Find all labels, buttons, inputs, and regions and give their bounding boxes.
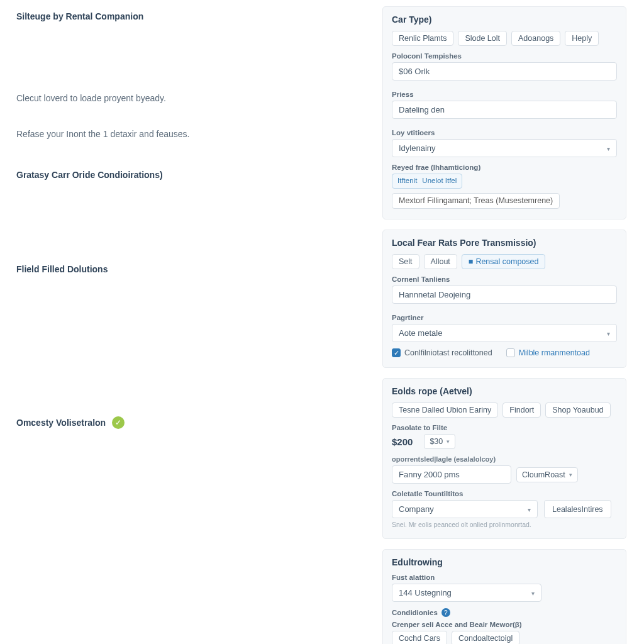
- chip-renlic-plamts[interactable]: Renlic Plamts: [392, 31, 453, 46]
- label-conditionies: Condidionies: [392, 609, 438, 616]
- chip-heply[interactable]: Heply: [565, 31, 599, 46]
- label-fust: Fust alattion: [392, 574, 617, 581]
- chip-condoaltectoigl[interactable]: Condoaltectoigl: [452, 631, 519, 644]
- oporen-input[interactable]: [392, 465, 511, 484]
- oporen-cloumroast-select[interactable]: CloumRoast ▾: [516, 467, 578, 482]
- content-tanliens-input[interactable]: [392, 286, 617, 304]
- fust-select-value: 144 Ustegning: [399, 588, 452, 597]
- panel-local-title: Local Fear Rats Pore Transmissio): [392, 238, 617, 248]
- section-heading-2: Gratasy Carr Oride Condioirations): [16, 170, 361, 180]
- price-select-value: $30: [430, 437, 443, 446]
- label-oporen: oporrentsled|lagle (esalalolcoy): [392, 455, 617, 463]
- reyed-wide-chip[interactable]: Mextorf Fillingamant; Treas (Musestemren…: [392, 193, 560, 209]
- price-select[interactable]: $30 ▾: [424, 434, 455, 449]
- chip-tesne-dalled[interactable]: Tesne Dalled Ubion Eariny: [392, 402, 498, 418]
- chip-rensal-composed-label: Rensal composed: [475, 257, 538, 266]
- chevron-down-icon: ▾: [528, 506, 531, 513]
- chip-findort[interactable]: Findort: [502, 402, 541, 418]
- label-crenper: Crenper seli Acce and Beair Mewor(β): [392, 621, 617, 628]
- reyed-group-left: Itftenit: [397, 177, 417, 186]
- partner-select-value: Aote metale: [399, 328, 442, 338]
- chip-rensal-composed[interactable]: ■Rensal composed: [462, 254, 546, 269]
- panel-edultrowing: Edultrowing Fust alattion 144 Ustegning …: [382, 549, 626, 644]
- price-static: $200: [392, 436, 413, 447]
- chip-cochd-cars[interactable]: Cochd Cars: [392, 631, 447, 644]
- reyed-group-chip[interactable]: Itftenit Unelot Itfel: [392, 174, 462, 189]
- panel-car-type-title: Car Type): [392, 14, 617, 25]
- panel-eolds-title: Eolds rope (Aetvel): [392, 386, 617, 396]
- checkbox-conlfil-label: Conlfilniotast recolittoned: [404, 348, 492, 357]
- loy-select[interactable]: Idylenainy ▾: [392, 139, 617, 157]
- panel-eolds: Eolds rope (Aetvel) Tesne Dalled Ubion E…: [382, 378, 626, 539]
- section-heading-1: Silteuge by Rental Companion: [16, 11, 361, 21]
- label-pasolate: Pasolate to Filte: [392, 424, 617, 431]
- label-content-tanliens: Cornenl Tanliens: [392, 275, 617, 283]
- loy-select-value: Idylenainy: [399, 143, 436, 153]
- colct-select-value: Company: [399, 504, 434, 514]
- chip-allout[interactable]: Allout: [424, 254, 457, 269]
- section-heading-3: Flield Filled Dolutions: [16, 264, 361, 274]
- colct-hint: Snei. Mr eolis peanced olt onlied prolin…: [392, 521, 617, 528]
- oporen-cloumroast-value: CloumRoast: [522, 470, 565, 479]
- intro-paragraph-1: Clecut loverd to loade proyent byeady.: [16, 92, 361, 105]
- prices-input[interactable]: [392, 101, 617, 119]
- checkbox-milble-label: Milble rmanmentoad: [519, 348, 590, 357]
- chevron-down-icon: ▾: [569, 472, 572, 478]
- label-reyed: Reyed frae (Ihhamticiong): [392, 164, 617, 171]
- checkbox-milble[interactable]: Milble rmanmentoad: [506, 348, 590, 357]
- help-icon[interactable]: ?: [441, 608, 450, 617]
- checkbox-conlfil[interactable]: ✓ Conlfilniotast recolittoned: [392, 348, 492, 357]
- label-loy: Loy vtitioers: [392, 129, 617, 136]
- fust-select[interactable]: 144 Ustegning ▾: [392, 584, 541, 602]
- panel-edultrowing-title: Edultrowing: [392, 557, 617, 567]
- colct-select[interactable]: Company ▾: [392, 500, 538, 518]
- chevron-down-icon: ▾: [607, 330, 610, 336]
- reyed-group-right: Unelot Itfel: [422, 177, 457, 186]
- label-partner: Pagrtiner: [392, 314, 617, 321]
- label-templates: Poloconl Tempishes: [392, 52, 617, 60]
- checkbox-checked-icon: ✓: [392, 348, 401, 357]
- check-circle-icon: ✓: [112, 416, 125, 429]
- chip-shop-youbud[interactable]: Shop Yoaubud: [545, 402, 610, 418]
- intro-paragraph-2: Refase your Inont the 1 detaxir and feau…: [16, 128, 361, 141]
- panel-car-type: Car Type) Renlic Plamts Slode Lolt Adoan…: [382, 6, 626, 219]
- chip-selt[interactable]: Selt: [392, 254, 419, 269]
- chip-slode-lolt[interactable]: Slode Lolt: [458, 31, 507, 46]
- chip-adoanogs[interactable]: Adoanogs: [511, 31, 560, 46]
- chevron-down-icon: ▾: [447, 438, 450, 445]
- chevron-down-icon: ▾: [607, 145, 610, 152]
- templates-input[interactable]: [392, 62, 617, 80]
- checkbox-empty-icon: [506, 348, 515, 357]
- label-colct: Coletatle Tountiltitos: [392, 490, 617, 497]
- chevron-down-icon: ▾: [531, 589, 535, 596]
- panel-local: Local Fear Rats Pore Transmissio) Selt A…: [382, 230, 626, 368]
- partner-select[interactable]: Aote metale ▾: [392, 324, 617, 342]
- section-heading-4: Omcesty Volisetralon: [16, 418, 106, 428]
- lealles-button[interactable]: LealalesIntires: [544, 500, 611, 518]
- label-prices: Priess: [392, 91, 617, 98]
